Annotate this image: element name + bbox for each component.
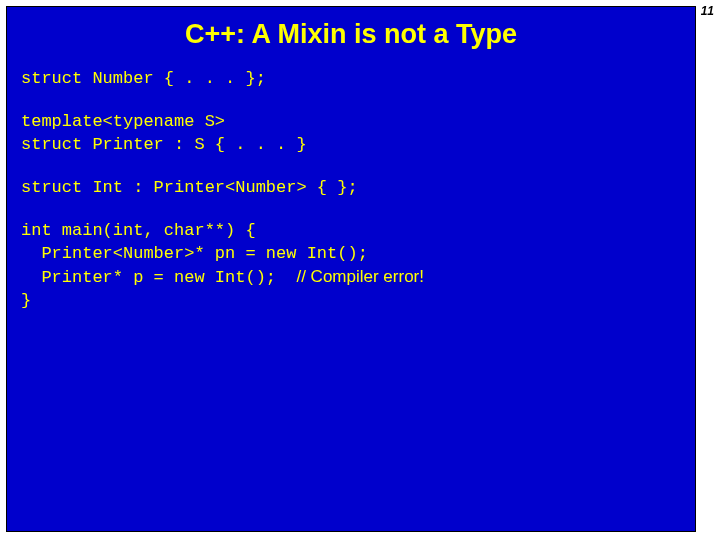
code-block-1: struct Number { . . . }; [7,68,695,91]
slide: C++: A Mixin is not a Type struct Number… [6,6,696,532]
code-comment: // Compiler error! [296,267,424,286]
code-block-3: struct Int : Printer<Number> { }; [7,177,695,200]
code-block-2: template<typename S> struct Printer : S … [7,111,695,157]
code-line: Printer<Number>* pn = new Int(); [21,244,368,263]
code-line: int main(int, char**) { [21,221,256,240]
page: C++: A Mixin is not a Type struct Number… [0,0,720,540]
page-number: 11 [701,4,714,18]
slide-title: C++: A Mixin is not a Type [7,7,695,68]
code-line: Printer* p = new Int(); [21,268,296,287]
code-block-4: int main(int, char**) { Printer<Number>*… [7,220,695,313]
code-line: } [21,291,31,310]
